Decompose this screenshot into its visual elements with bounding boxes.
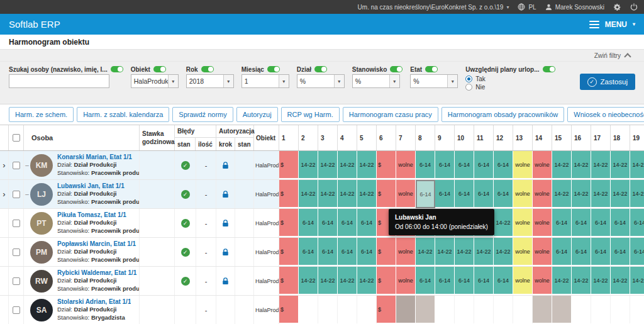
schedule-cell[interactable]: 6-14 (338, 209, 357, 237)
day-column-header[interactable]: 3 (318, 125, 338, 150)
schedule-cell[interactable]: 14-22 (572, 151, 591, 179)
schedule-cell[interactable]: 14-22 (357, 151, 377, 179)
filter-toggle[interactable] (314, 66, 327, 72)
row-checkbox[interactable] (13, 277, 20, 285)
day-column-header[interactable]: 6 (377, 125, 396, 150)
radio-nie[interactable]: Nie (465, 84, 555, 91)
day-column-header[interactable]: 10 (455, 125, 474, 150)
day-column-header[interactable]: 13 (513, 125, 533, 150)
schedule-cell[interactable]: 14-22 (435, 238, 455, 266)
schedule-cell[interactable]: wolne (513, 209, 533, 237)
schedule-cell[interactable]: 14-22 (552, 267, 572, 295)
schedule-cell[interactable]: 14-22 (630, 267, 644, 295)
schedule-cell[interactable]: $ (377, 151, 396, 179)
schedule-cell[interactable]: 6-14 (435, 151, 455, 179)
filter-toggle[interactable] (111, 66, 123, 72)
schedule-cell[interactable]: 6-14 (591, 238, 611, 266)
person-name-link[interactable]: Stolarski Adrian, Etat 1/1 (57, 298, 131, 306)
schedule-cell[interactable]: wolne (533, 209, 552, 237)
day-column-header[interactable]: 14 (533, 125, 552, 150)
schedule-cell[interactable]: wolne (513, 267, 533, 295)
schedule-cell[interactable]: wolne (513, 180, 533, 208)
schedule-cell[interactable]: 6-14 (474, 180, 494, 208)
schedule-cell[interactable] (533, 296, 552, 324)
schedule-cell[interactable] (357, 296, 377, 324)
schedule-cell[interactable]: 14-22 (474, 238, 494, 266)
schedule-cell[interactable] (416, 296, 435, 324)
schedule-cell[interactable]: 14-22 (357, 267, 377, 295)
apply-button[interactable]: ✓ Zastosuj (580, 74, 635, 90)
schedule-cell[interactable] (299, 296, 318, 324)
schedule-cell[interactable]: wolne (533, 151, 552, 179)
day-column-header[interactable]: 9 (435, 125, 455, 150)
day-column-header[interactable]: 1 (279, 125, 299, 150)
toolbar-button[interactable]: Sprawdź normy (172, 107, 233, 122)
filter-toggle[interactable] (267, 66, 280, 72)
schedule-cell[interactable] (513, 296, 533, 324)
schedule-cell[interactable] (591, 296, 611, 324)
schedule-cell[interactable]: $ (377, 238, 396, 266)
stanowisko-select[interactable]: % ▾ (352, 74, 400, 88)
schedule-cell[interactable]: 14-22 (630, 180, 644, 208)
column-header-aut-krok[interactable]: krok (216, 138, 235, 150)
schedule-cell[interactable]: 6-14 (630, 209, 644, 237)
user-menu[interactable]: Marek Sosnowski (545, 4, 604, 11)
schedule-cell[interactable] (338, 296, 357, 324)
column-header-obiekt[interactable]: Obiekt (256, 135, 275, 142)
schedule-cell[interactable]: 6-14 (455, 180, 474, 208)
schedule-cell[interactable]: 6-14 (630, 238, 644, 266)
schedule-cell[interactable]: 14-22 (494, 209, 513, 237)
schedule-cell[interactable]: 14-22 (299, 180, 318, 208)
day-column-header[interactable]: 18 (611, 125, 630, 150)
schedule-cell[interactable]: 14-22 (591, 267, 611, 295)
main-menu-button[interactable]: MENU ▾ (589, 20, 635, 29)
row-checkbox[interactable] (13, 220, 20, 227)
schedule-cell[interactable]: 6-14 (435, 267, 455, 295)
schedule-cell[interactable] (318, 296, 338, 324)
schedule-cell[interactable]: wolne (533, 267, 552, 295)
dzial-select[interactable]: % ▾ (297, 74, 345, 88)
schedule-cell[interactable]: wolne (396, 267, 416, 295)
toolbar-button[interactable]: RCP wg Harm. (281, 107, 340, 122)
toolbar-button[interactable]: Harm. ze schem. (9, 107, 74, 122)
schedule-cell[interactable]: 14-22 (552, 151, 572, 179)
schedule-cell[interactable] (552, 296, 572, 324)
schedule-cell[interactable]: 6-14 (299, 238, 318, 266)
schedule-cell[interactable]: wolne (513, 151, 533, 179)
schedule-cell[interactable]: 14-22 (338, 180, 357, 208)
schedule-cell[interactable]: 6-14 (552, 238, 572, 266)
schedule-cell[interactable]: 6-14 (474, 267, 494, 295)
search-person-input[interactable] (9, 74, 109, 88)
schedule-cell[interactable]: $ (279, 238, 299, 266)
column-header-autoryzacja[interactable]: Autoryzacja (216, 125, 253, 138)
schedule-cell[interactable]: 6-14 (474, 151, 494, 179)
schedule-cell[interactable]: 14-22 (494, 238, 513, 266)
schedule-cell[interactable]: 6-14 (416, 267, 435, 295)
schedule-cell[interactable]: wolne (396, 238, 416, 266)
schedule-cell[interactable]: 6-14 (572, 238, 591, 266)
person-name-link[interactable]: Konarski Marian, Etat 1/1 (57, 154, 139, 162)
day-column-header[interactable]: 4 (338, 125, 357, 150)
day-column-header[interactable]: 12 (494, 125, 513, 150)
day-column-header[interactable]: 8 (416, 125, 435, 150)
schedule-cell[interactable]: 6-14 (318, 238, 338, 266)
column-header-bledy-ilosc[interactable]: ilość (196, 138, 216, 150)
toolbar-button[interactable]: Harmonogram czasu pracy (343, 107, 438, 122)
schedule-cell[interactable]: wolne (533, 180, 552, 208)
schedule-cell[interactable]: 14-22 (357, 180, 377, 208)
schedule-cell[interactable]: wolne (396, 151, 416, 179)
schedule-cell[interactable]: 6-14 (416, 151, 435, 179)
select-all-checkbox[interactable] (13, 134, 20, 142)
column-header-bledy-stan[interactable]: stan (175, 138, 196, 150)
column-header-aut-stan[interactable]: stan (235, 138, 253, 150)
contract-context-selector[interactable]: Um. na czas nieokreślony\EuroKonkret Sp.… (358, 4, 509, 11)
obiekt-select[interactable]: HalaProdukc... ▾ (131, 74, 179, 88)
column-header-stawka[interactable]: Stawka godzinowa (140, 125, 175, 150)
logout-power-icon[interactable] (630, 3, 638, 11)
filter-toggle[interactable] (390, 66, 402, 72)
miesiac-select[interactable]: 1 ▾ (242, 74, 289, 88)
filter-toggle[interactable] (153, 66, 166, 72)
row-expander[interactable]: › (0, 151, 9, 179)
settings-gear-icon[interactable] (613, 3, 621, 11)
schedule-cell[interactable]: 14-22 (318, 180, 338, 208)
